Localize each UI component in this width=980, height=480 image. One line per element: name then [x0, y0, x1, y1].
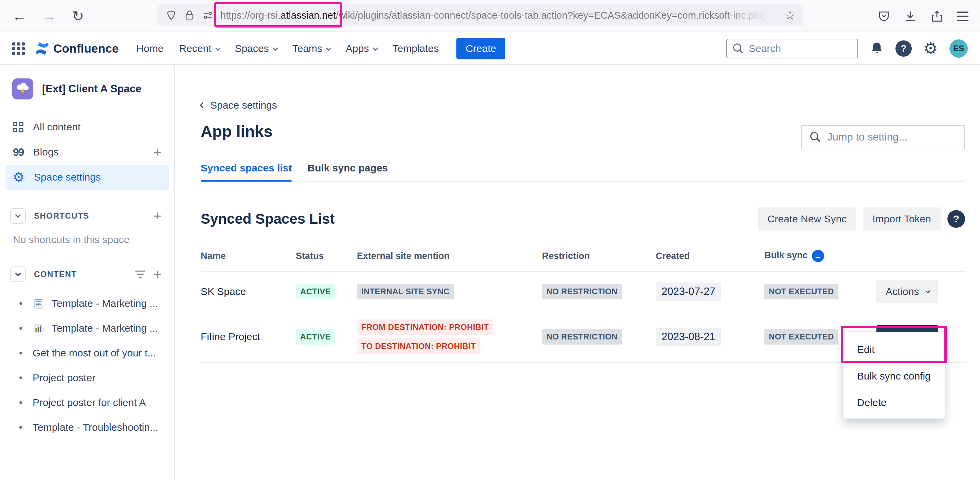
- confluence-logo-icon[interactable]: [34, 41, 50, 56]
- global-search[interactable]: [726, 39, 858, 59]
- bullet: •: [19, 347, 25, 359]
- sidebar-item-all-content[interactable]: All content: [0, 114, 174, 140]
- content-item-label: Get the most out of your t...: [33, 347, 156, 359]
- jump-to-setting-search[interactable]: [802, 125, 965, 149]
- user-avatar[interactable]: ES: [950, 40, 968, 58]
- add-shortcut-icon[interactable]: +: [153, 208, 161, 224]
- nav-templates[interactable]: Templates: [393, 43, 439, 54]
- bookmark-star-icon[interactable]: ☆: [784, 8, 795, 23]
- mention-badge: TO DESTINATION: PROHIBIT: [357, 339, 480, 354]
- sidebar-item-blogs[interactable]: 99 Blogs +: [0, 140, 174, 165]
- created-date: 2023-08-21: [656, 327, 721, 346]
- nav-apps[interactable]: Apps: [346, 43, 377, 54]
- add-blog-icon[interactable]: +: [153, 145, 161, 160]
- jump-to-setting-input[interactable]: [827, 131, 956, 143]
- app-switcher-icon[interactable]: [12, 43, 25, 55]
- lock-icon[interactable]: [184, 10, 195, 21]
- status-badge: ACTIVE: [296, 329, 335, 345]
- bullet: •: [19, 323, 25, 334]
- chevron-down-icon: [326, 46, 331, 51]
- row-name: Fifine Project: [201, 331, 296, 343]
- mention-badge: FROM DESTINATION: PROHIBIT: [357, 319, 493, 335]
- tab-synced-spaces-list[interactable]: Synced spaces list: [201, 162, 292, 174]
- nav-spaces[interactable]: Spaces: [235, 43, 277, 54]
- col-header-restriction: Restriction: [542, 251, 656, 261]
- content-item[interactable]: • Get the most out of your t...: [0, 340, 174, 365]
- actions-button[interactable]: Actions: [877, 280, 938, 303]
- table-row: SK Space ACTIVE INTERNAL SITE SYNC NO RE…: [201, 272, 966, 311]
- space-avatar-storm-icon: [12, 78, 33, 100]
- nav-teams[interactable]: Teams: [293, 43, 330, 54]
- permissions-icon[interactable]: [202, 10, 213, 21]
- content-item[interactable]: • Project poster for client A: [0, 390, 174, 415]
- browser-reload-button[interactable]: ↻: [72, 8, 84, 24]
- breadcrumb[interactable]: Space settings: [201, 100, 277, 111]
- import-token-button[interactable]: Import Token: [863, 207, 940, 230]
- chevron-down-icon: [373, 46, 378, 51]
- settings-gear-icon[interactable]: ⚙: [923, 40, 938, 57]
- restriction-badge: NO RESTRICTION: [542, 284, 622, 299]
- content-item-label: Template - Marketing ...: [52, 298, 158, 309]
- help-icon[interactable]: ?: [896, 40, 912, 57]
- create-button[interactable]: Create: [457, 38, 505, 59]
- content-item[interactable]: • Project poster: [0, 365, 174, 390]
- chevron-down-icon: [215, 46, 221, 51]
- bullet: •: [19, 372, 25, 384]
- help-icon[interactable]: ?: [947, 210, 965, 228]
- space-header[interactable]: [Ext] Client A Space: [0, 78, 174, 100]
- add-content-icon[interactable]: +: [153, 267, 161, 282]
- space-settings-gear-icon: ⚙: [13, 171, 24, 184]
- chevron-down-icon: [273, 46, 278, 51]
- create-new-sync-button[interactable]: Create New Sync: [758, 207, 856, 230]
- chevron-down-icon: [926, 289, 931, 294]
- menu-item-bulk-sync-config[interactable]: Bulk sync config: [843, 363, 945, 389]
- notepad-icon: [33, 298, 44, 309]
- search-input[interactable]: [749, 43, 851, 54]
- page-title: App links: [201, 122, 273, 140]
- collapse-content-button[interactable]: [10, 267, 26, 282]
- content-item[interactable]: • Template - Marketing ...: [0, 291, 174, 316]
- space-sidebar: [Ext] Client A Space All content 99 Blog…: [0, 65, 175, 480]
- address-bar[interactable]: https://org-rsi.atlassian.net/wiki/plugi…: [158, 5, 803, 26]
- row-name: SK Space: [201, 286, 296, 297]
- section-title: Synced Spaces List: [201, 211, 335, 227]
- sidebar-item-label: Blogs: [33, 146, 59, 158]
- actions-label: Actions: [886, 286, 919, 297]
- share-icon[interactable]: [931, 10, 943, 23]
- notifications-bell-icon[interactable]: [870, 41, 884, 56]
- filter-content-icon[interactable]: [135, 270, 145, 278]
- url-domain: atlassian.net: [280, 10, 336, 21]
- confluence-header: Confluence Home Recent Spaces Teams Apps…: [0, 33, 980, 65]
- bulk-sync-info-icon[interactable]: →: [812, 250, 824, 262]
- shortcuts-label: SHORTCUTS: [34, 211, 89, 221]
- all-content-grid-icon: [13, 122, 24, 132]
- col-header-bulk-sync: Bulk sync→: [764, 250, 853, 262]
- mention-badge: INTERNAL SITE SYNC: [357, 284, 454, 299]
- nav-recent[interactable]: Recent: [179, 43, 220, 54]
- browser-back-button[interactable]: ←: [12, 8, 27, 24]
- sidebar-item-label: Space settings: [34, 172, 101, 183]
- tab-bulk-sync-pages[interactable]: Bulk sync pages: [307, 162, 388, 174]
- bullet: •: [19, 298, 25, 309]
- chevron-left-icon: [200, 103, 206, 108]
- browser-toolbar: ← → ↻ https://org-rsi.atlassian.net/wiki…: [0, 0, 980, 32]
- content-item[interactable]: • Template - Marketing ...: [0, 316, 174, 340]
- product-name[interactable]: Confluence: [53, 42, 119, 55]
- table-header-row: Name Status External site mention Restri…: [201, 250, 966, 272]
- url-text[interactable]: https://org-rsi.atlassian.net/wiki/plugi…: [220, 10, 775, 21]
- content-item-label: Project poster: [33, 372, 95, 384]
- content-item[interactable]: • Template - Troubleshootin...: [0, 415, 174, 440]
- browser-forward-button[interactable]: →: [42, 8, 56, 24]
- menu-item-edit[interactable]: Edit: [843, 336, 945, 363]
- shortcuts-empty-text: No shortcuts in this space: [0, 224, 174, 245]
- created-date: 2023-07-27: [656, 283, 721, 301]
- nav-home[interactable]: Home: [137, 43, 164, 54]
- browser-menu-icon[interactable]: [957, 11, 969, 21]
- blogs-quote-icon: 99: [13, 146, 24, 159]
- collapse-shortcuts-button[interactable]: [10, 208, 26, 224]
- download-icon[interactable]: [904, 10, 917, 23]
- pocket-icon[interactable]: [877, 10, 890, 23]
- menu-item-delete[interactable]: Delete: [843, 389, 945, 416]
- shield-icon[interactable]: [165, 10, 177, 21]
- sidebar-item-space-settings[interactable]: ⚙ Space settings: [5, 165, 169, 190]
